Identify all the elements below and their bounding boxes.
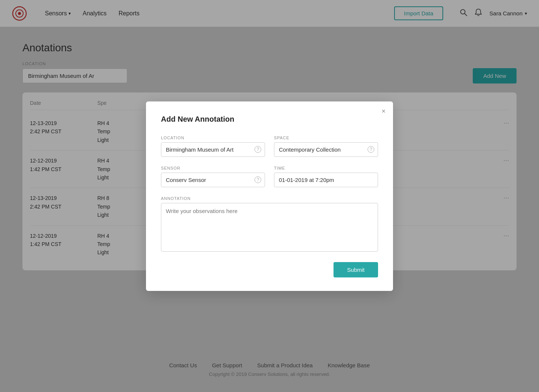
sensor-input[interactable] — [161, 173, 265, 187]
add-annotation-modal: × Add New Annotation LOCATION ? SPACE ? … — [146, 101, 393, 291]
space-help-icon[interactable]: ? — [368, 146, 374, 153]
modal-close-button[interactable]: × — [381, 107, 386, 115]
time-input-wrap — [274, 173, 378, 187]
form-group-annotation: ANNOTATION — [161, 196, 378, 253]
location-input[interactable] — [161, 142, 265, 157]
location-field-label: LOCATION — [161, 136, 265, 140]
modal-title: Add New Annotation — [161, 115, 378, 124]
time-field-label: TIME — [274, 166, 378, 170]
sensor-field-label: SENSOR — [161, 166, 265, 170]
submit-button[interactable]: Submit — [334, 262, 378, 277]
annotation-textarea[interactable] — [161, 203, 378, 252]
form-group-time: TIME — [274, 166, 378, 187]
space-field-label: SPACE — [274, 136, 378, 140]
space-input-wrap: ? — [274, 142, 378, 157]
space-input[interactable] — [274, 142, 378, 157]
location-input-wrap: ? — [161, 142, 265, 157]
sensor-help-icon[interactable]: ? — [255, 176, 261, 183]
form-group-sensor: SENSOR ? — [161, 166, 265, 187]
form-row-location-space: LOCATION ? SPACE ? — [161, 136, 378, 157]
sensor-input-wrap: ? — [161, 173, 265, 187]
form-group-location: LOCATION ? — [161, 136, 265, 157]
modal-overlay[interactable]: × Add New Annotation LOCATION ? SPACE ? … — [0, 0, 539, 392]
annotation-field-label: ANNOTATION — [161, 196, 378, 201]
location-help-icon[interactable]: ? — [255, 146, 261, 153]
form-row-sensor-time: SENSOR ? TIME — [161, 166, 378, 187]
modal-footer: Submit — [161, 262, 378, 277]
time-input[interactable] — [274, 173, 378, 187]
form-group-space: SPACE ? — [274, 136, 378, 157]
